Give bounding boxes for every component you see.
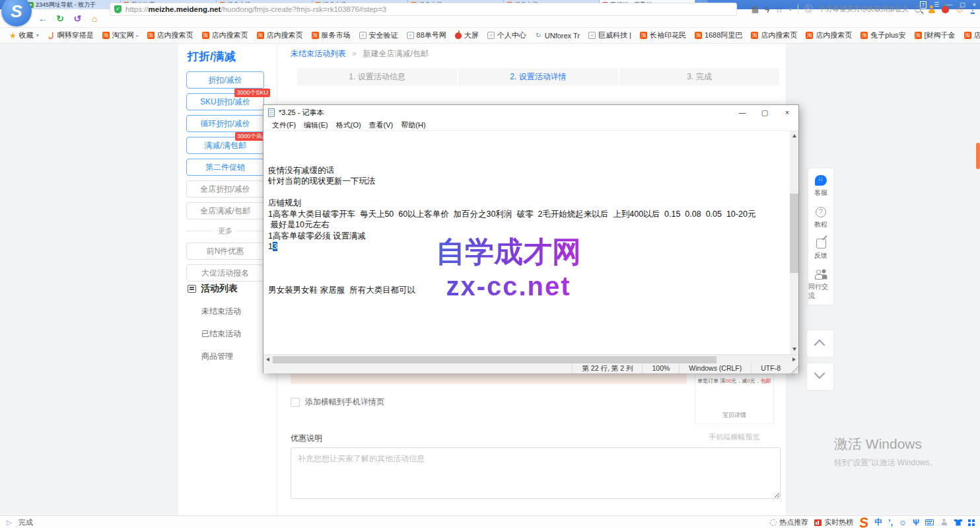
address-bar[interactable]: ✓ https://meizhe.meideng.net/huodong/fmj… <box>110 3 737 16</box>
breadcrumb-link[interactable]: 未结束活动列表 <box>291 49 346 58</box>
home-icon[interactable]: ⌂ <box>86 13 103 24</box>
activate-windows-watermark: 激活 Windows 转到"设置"以激活 Windows。 <box>834 435 938 469</box>
peer-exchange-button[interactable]: 同行交流 <box>808 270 833 301</box>
text-line: 1高客单破零必须 设置满减 <box>268 231 790 242</box>
resize-grip[interactable] <box>790 363 798 373</box>
bookmark[interactable]: 淘长袖印花民 <box>640 30 686 40</box>
bookmark[interactable]: ≡88单号网 <box>407 30 446 40</box>
bookmark-label: 淘宝网 - <box>112 30 139 40</box>
notepad-horizontal-scrollbar[interactable] <box>263 354 798 363</box>
ime-toolbox-icon[interactable] <box>968 519 971 522</box>
apple-icon[interactable] <box>942 6 949 13</box>
scroll-up-button[interactable] <box>807 330 833 357</box>
ime-punctuation-toggle[interactable]: ’, <box>888 518 893 527</box>
ime-keyboard-icon[interactable] <box>925 519 934 525</box>
bookmark[interactable]: 淘店内搜索页 <box>257 30 303 40</box>
page-scrollbar-indicator[interactable] <box>976 143 980 169</box>
trending-button[interactable]: 实时热榜 <box>814 517 853 527</box>
customer-service-button[interactable]: ⵗⵗ客服 <box>814 175 827 198</box>
menu-file[interactable]: 文件(F) <box>268 120 300 130</box>
bookmark[interactable]: 大屏 <box>455 30 479 40</box>
url-text[interactable]: https://meizhe.meideng.net/huodong/fmjs-… <box>125 5 386 13</box>
scroll-down-button[interactable] <box>807 363 833 390</box>
add-banner-checkbox[interactable] <box>291 398 300 407</box>
notepad-maximize-button[interactable]: ▢ <box>753 105 776 120</box>
bookmark[interactable]: 淘店内搜索页 <box>147 30 193 40</box>
cursor-position: 第 22 行, 第 2 列 <box>572 363 642 373</box>
coupon-description-input[interactable] <box>291 447 781 499</box>
notepad-minimize-button[interactable]: — <box>731 105 753 120</box>
first-n-items-button[interactable]: 前N件优惠 <box>186 243 264 260</box>
big-promo-signup-button[interactable]: 大促活动报名 <box>186 264 264 282</box>
notepad-body[interactable]: 疫情没有减缓的话 针对当前的现状更新一下玩法 店铺规划 1高客单大类目破零开车 … <box>263 131 798 354</box>
menu-view[interactable]: 查看(V) <box>365 120 398 130</box>
refresh-icon[interactable]: ↻ <box>52 13 69 24</box>
notepad-close-button[interactable]: × <box>776 105 798 120</box>
ime-emoji-icon[interactable]: ☺ <box>899 518 907 527</box>
notepad-vertical-scrollbar[interactable] <box>790 131 798 354</box>
ime-skin-icon[interactable] <box>954 519 962 526</box>
bookmark[interactable]: ↻UNforex Tr <box>535 32 580 40</box>
bookmark-label: 巨威科技 | <box>598 30 631 40</box>
bookmark[interactable]: ≡个人中心 <box>487 30 526 40</box>
lightning-icon[interactable]: ϟ <box>765 5 769 15</box>
bookmark[interactable]: ل啊豩穿搭是 <box>48 30 94 40</box>
bookmark[interactable]: 淘店内搜索页 <box>806 30 852 40</box>
bookmark[interactable]: 淘[财阀千金 <box>915 30 956 40</box>
second-item-promo-button[interactable]: 第二件促销 <box>186 159 264 176</box>
hot-recommend-button[interactable]: 热点推荐 <box>770 517 808 527</box>
search-icon[interactable] <box>915 6 921 13</box>
news-ticker[interactable]: 中方希望美方尽快取消加征关 <box>819 5 909 14</box>
chevron-down-icon[interactable]: ▾ <box>789 7 792 13</box>
taobao-icon: 淘 <box>695 32 702 39</box>
horizontal-scroll-thumb[interactable] <box>273 356 717 363</box>
more-link[interactable]: 更多 <box>186 224 264 237</box>
smiley-icon[interactable]: ☺ <box>955 4 964 15</box>
bookmark[interactable]: 淘服务市场 <box>312 30 351 40</box>
bookmark[interactable]: 淘店内搜索页 <box>964 30 980 40</box>
back-icon[interactable]: ← <box>34 13 52 24</box>
menu-edit[interactable]: 编辑(E) <box>300 120 332 130</box>
bookmark[interactable]: 淘1688阿里巴 <box>695 30 742 40</box>
scroll-right-arrow-icon[interactable] <box>792 358 796 361</box>
favorite-star-icon[interactable]: ☆ <box>775 5 783 15</box>
notepad-text-area[interactable]: 疫情没有减缓的话 针对当前的现状更新一下玩法 店铺规划 1高客单大类目破零开车 … <box>263 131 790 354</box>
cycle-discount-button[interactable]: 循环折扣/减价 <box>186 115 264 132</box>
bookmark[interactable]: ≡巨威科技 | <box>588 30 631 40</box>
phone-banner-text: 单笔订单 满00元，减0元，包邮 <box>695 377 773 385</box>
bookmark[interactable]: 淘店内搜索页 <box>202 30 248 40</box>
bookmarks-root[interactable]: ★收藏▾ <box>9 30 39 40</box>
user-account-icon[interactable] <box>927 5 936 14</box>
text-line <box>268 143 790 155</box>
sogou-ime-logo[interactable]: S <box>858 515 869 528</box>
ime-mic-icon[interactable]: Ψ <box>913 518 919 527</box>
bookmark[interactable]: ≡安全验证 <box>359 30 398 40</box>
notepad-titlebar[interactable]: *3.25 - 记事本 — ▢ × <box>263 105 798 120</box>
step-2-active: 2. 设置活动详情 <box>458 68 618 86</box>
store-discount-button[interactable]: 全店折扣/减价 <box>186 180 264 198</box>
url-scheme: https:// <box>125 5 149 13</box>
qr-code-icon[interactable]: ▦ <box>752 5 759 14</box>
vertical-scroll-thumb[interactable] <box>790 194 798 273</box>
text-line <box>268 252 790 264</box>
ime-language-toggle[interactable]: 中 <box>874 517 882 528</box>
tutorial-button[interactable]: ?教程 <box>814 207 827 229</box>
bookmark[interactable]: 淘淘宝网 - <box>102 30 139 40</box>
menu-format[interactable]: 格式(O) <box>332 120 365 130</box>
ime-account-icon[interactable] <box>940 519 948 526</box>
bookmark[interactable]: 淘店内搜索页 <box>751 30 797 40</box>
scroll-down-arrow-icon[interactable] <box>792 348 796 351</box>
tab-2345[interactable]: ✦2345网址导航 - 致力于× <box>25 0 121 9</box>
bookmark[interactable]: 淘兔子plus安 <box>860 30 905 40</box>
scroll-left-arrow-icon[interactable] <box>266 358 269 361</box>
menu-help[interactable]: 帮助(H) <box>397 120 429 130</box>
scroll-up-arrow-icon[interactable] <box>792 134 796 137</box>
sku-discount-button[interactable]: SKU折扣/减价3000个SKU <box>186 93 264 110</box>
download-icon[interactable]: ↓ <box>971 5 975 14</box>
discount-button[interactable]: 折扣/减价 <box>186 71 264 89</box>
store-full-reduction-button[interactable]: 全店满减/包邮 <box>186 202 264 219</box>
full-reduction-button[interactable]: 满减/满包邮3000个商品 <box>186 137 264 154</box>
undo-icon[interactable]: ↺ <box>69 13 86 24</box>
feedback-button[interactable]: 反馈 <box>814 239 827 260</box>
text-line <box>268 132 790 143</box>
